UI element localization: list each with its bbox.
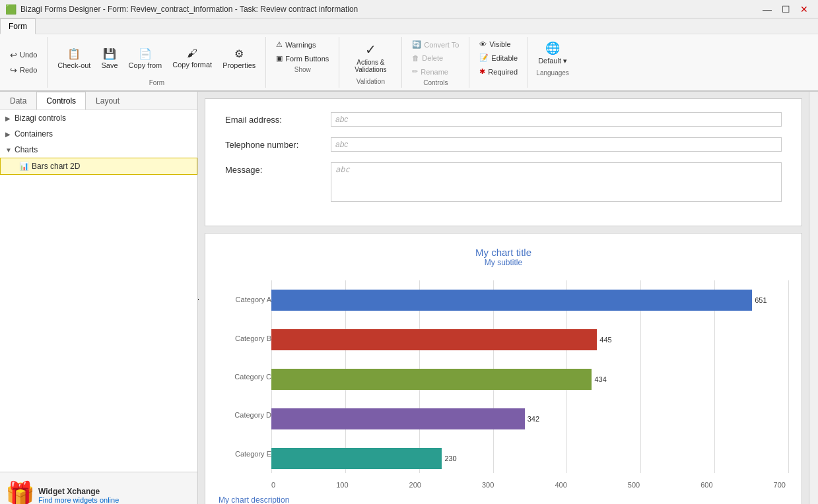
rename-button[interactable]: ✏ Rename: [407, 65, 463, 78]
tree-item-containers[interactable]: ▶ Containers: [0, 126, 197, 142]
required-label: Required: [488, 68, 518, 76]
x-label-0: 0: [271, 481, 275, 489]
x-label-500: 500: [628, 481, 640, 489]
tree-item-charts[interactable]: ▼ Charts: [0, 142, 197, 158]
scrollbar[interactable]: [809, 92, 818, 504]
telephone-input[interactable]: [331, 137, 782, 152]
x-label-100: 100: [336, 481, 348, 489]
widget-subtitle[interactable]: Find more widgets online: [38, 496, 119, 504]
languages-group-label: Languages: [536, 69, 569, 77]
ribbon-content: ↩ Undo ↪ Redo 📋 Check-out 💾: [0, 34, 818, 90]
warnings-button[interactable]: ⚠ Warnings: [271, 38, 333, 51]
redo-button[interactable]: ↪ Redo: [5, 63, 42, 77]
controls-group-label: Controls: [423, 79, 448, 86]
telephone-label: Telephone number:: [225, 137, 331, 150]
validation-group: ✓ Actions & Validations Validation: [339, 37, 402, 88]
convert-to-button[interactable]: 🔄 Convert To: [407, 38, 463, 51]
chart-y-labels: Category A Category B Category C Categor…: [219, 280, 271, 489]
tab-controls[interactable]: Controls: [36, 92, 86, 110]
window-controls[interactable]: — ☐ ✕: [759, 2, 813, 16]
chart-description[interactable]: My chart description: [219, 495, 788, 504]
default-language-button[interactable]: 🌐 Default ▾: [533, 38, 572, 68]
editable-label: Editable: [491, 54, 518, 62]
y-label-d: Category D: [219, 411, 271, 419]
bars-chart-label: Bars chart 2D: [32, 162, 80, 171]
visibility-buttons: 👁 Visible 📝 Editable ✱ Required: [475, 38, 522, 78]
required-icon: ✱: [479, 67, 485, 76]
tree-item-bars-chart-2d[interactable]: 📊 Bars chart 2D: [0, 158, 197, 175]
chart-bars: 651 445 434 342: [271, 280, 788, 489]
warnings-label: Warnings: [285, 41, 316, 49]
visible-button[interactable]: 👁 Visible: [475, 38, 522, 50]
form-group: 📋 Check-out 💾 Save 📄 Copy from 🖌 Copy fo…: [48, 37, 266, 88]
email-input[interactable]: [331, 112, 782, 127]
form-buttons: 📋 Check-out 💾 Save 📄 Copy from 🖌 Copy fo…: [53, 38, 260, 78]
window-title-area: 🟩 Bizagi Forms Designer - Form: Review_c…: [5, 4, 358, 15]
minimize-button[interactable]: —: [759, 2, 776, 16]
panel-content: ▶ Bizagi controls ▶ Containers ▼ Charts …: [0, 110, 197, 472]
form-container: Email address: Telephone number: Message…: [205, 98, 802, 226]
actions-validations-label: Actions & Validations: [351, 59, 390, 73]
editable-button[interactable]: 📝 Editable: [475, 51, 522, 64]
save-button[interactable]: 💾 Save: [96, 45, 122, 72]
actions-validations-button[interactable]: ✓ Actions & Validations: [345, 38, 396, 77]
bar-e: [271, 448, 442, 469]
message-input[interactable]: abc: [331, 162, 782, 202]
y-label-c: Category C: [219, 373, 271, 381]
warnings-icon: ⚠: [276, 40, 283, 49]
undo-button[interactable]: ↩ Undo: [5, 48, 42, 62]
title-bar: 🟩 Bizagi Forms Designer - Form: Review_c…: [0, 0, 818, 18]
default-language-icon: 🌐: [545, 41, 560, 55]
ribbon-tab-form[interactable]: Form: [0, 18, 36, 34]
tab-data[interactable]: Data: [0, 92, 36, 110]
undo-redo-stack: ↩ Undo ↪ Redo: [5, 48, 42, 77]
x-label-400: 400: [555, 481, 566, 489]
properties-label: Properties: [222, 61, 256, 69]
default-language-label: Default ▾: [538, 57, 567, 65]
visible-label: Visible: [489, 40, 510, 48]
bizagi-controls-label: Bizagi controls: [15, 113, 66, 123]
visible-icon: 👁: [479, 40, 487, 48]
widget-title: Widget Xchange: [38, 487, 119, 496]
bars-chart-icon: 📊: [19, 162, 29, 171]
convert-to-label: Convert To: [424, 41, 459, 49]
x-label-700: 700: [774, 481, 786, 489]
form-area: Email address: Telephone number: Message…: [198, 92, 809, 504]
expand-arrow-containers: ▶: [5, 131, 15, 138]
chart-title: My chart title: [219, 247, 788, 258]
x-label-200: 200: [409, 481, 421, 489]
validation-group-label: Validation: [357, 78, 385, 85]
delete-button[interactable]: 🗑 Delete: [407, 52, 463, 64]
undo-icon: ↩: [10, 50, 17, 60]
save-icon: 💾: [103, 47, 116, 60]
properties-button[interactable]: ⚙ Properties: [218, 45, 260, 72]
tab-layout[interactable]: Layout: [86, 92, 129, 110]
required-button[interactable]: ✱ Required: [475, 65, 522, 78]
form-buttons-button[interactable]: ▣ Form Buttons: [271, 52, 333, 65]
visiblity-group: 👁 Visible 📝 Editable ✱ Required: [469, 37, 528, 88]
rename-label: Rename: [421, 68, 448, 76]
copy-from-label: Copy from: [129, 61, 162, 69]
bar-row-d: 342: [271, 399, 788, 439]
copy-format-button[interactable]: 🖌 Copy format: [168, 45, 217, 71]
properties-icon: ⚙: [234, 47, 244, 60]
bar-value-d: 342: [528, 415, 539, 423]
window-title: Bizagi Forms Designer - Form: Review_con…: [20, 5, 358, 14]
ribbon: Form ↩ Undo ↪ Redo: [0, 18, 818, 92]
copy-from-button[interactable]: 📄 Copy from: [124, 45, 167, 72]
bar-c: [271, 369, 592, 390]
undo-label: Undo: [20, 51, 37, 59]
bar-a: [271, 290, 752, 311]
expand-arrow-bizagi: ▶: [5, 115, 15, 122]
maximize-button[interactable]: ☐: [777, 2, 794, 16]
tree-item-bizagi-controls[interactable]: ▶ Bizagi controls: [0, 110, 197, 126]
checkout-button[interactable]: 📋 Check-out: [53, 45, 95, 72]
copy-format-icon: 🖌: [187, 47, 197, 59]
bar-value-b: 445: [599, 336, 611, 344]
chart-container: My chart title My subtitle Category A Ca…: [205, 233, 802, 504]
controls-buttons: 🔄 Convert To 🗑 Delete ✏ Rename: [407, 38, 463, 78]
convert-to-icon: 🔄: [412, 40, 421, 49]
widget-text: Widget Xchange Find more widgets online: [38, 487, 119, 504]
close-button[interactable]: ✕: [796, 2, 813, 16]
delete-icon: 🗑: [412, 54, 419, 62]
